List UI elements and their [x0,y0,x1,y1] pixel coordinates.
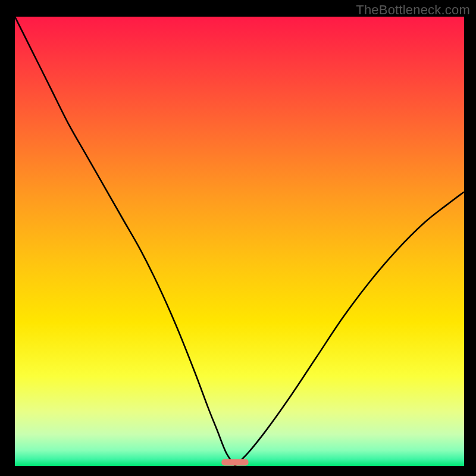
watermark-text: TheBottleneck.com [356,2,470,18]
bottleneck-chart [15,17,464,466]
gradient-background [15,17,464,466]
chart-frame: TheBottleneck.com [0,0,476,476]
plot-area [15,17,464,466]
optimum-marker [221,459,248,465]
